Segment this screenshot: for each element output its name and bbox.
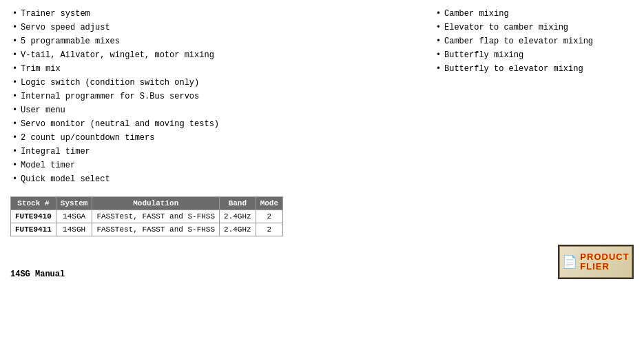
table-cell: FUTE9411 — [11, 223, 56, 236]
left-list-item: Servo monitor (neutral and moving tests) — [10, 117, 406, 131]
right-list-item: Elevator to camber mixing — [434, 21, 634, 34]
flier-text-flier: Flier — [580, 262, 629, 272]
table-cell: 2.4GHz — [220, 223, 256, 236]
table-row: FUTE941014SGAFASSTest, FASST and S-FHSS2… — [11, 210, 283, 223]
left-list-item: 5 programmable mixes — [10, 34, 406, 48]
left-list-item: Integral timer — [10, 145, 406, 159]
left-list-item: V-tail, Ailvator, winglet, motor mixing — [10, 48, 406, 62]
left-list-item: Internal programmer for S.Bus servos — [10, 90, 406, 103]
flier-icon: 📄 — [562, 254, 577, 269]
table-cell: FASSTest, FASST and S-FHSS — [92, 223, 220, 236]
left-feature-list: Trainer systemServo speed adjust5 progra… — [10, 7, 413, 186]
table-cell: 2 — [256, 223, 282, 236]
table-header-cell: System — [56, 197, 92, 210]
left-list-item: User menu — [10, 103, 406, 117]
table-cell: FASSTest, FASST and S-FHSS — [92, 210, 220, 223]
table-header-cell: Band — [220, 197, 256, 210]
right-list-item: Butterfly mixing — [434, 48, 634, 62]
flier-text-product: Product — [580, 252, 629, 262]
table-cell: 14SGH — [56, 223, 92, 236]
table-cell: 14SGA — [56, 210, 92, 223]
table-cell: 2.4GHz — [220, 210, 256, 223]
left-list-item: Model timer — [10, 159, 406, 172]
left-list-item: Trainer system — [10, 7, 406, 21]
table-row: FUTE941114SGHFASSTest, FASST and S-FHSS2… — [11, 223, 283, 236]
table-cell: FUTE9410 — [11, 210, 56, 223]
table-header-cell: Modulation — [92, 197, 220, 210]
table-cell: 2 — [256, 210, 282, 223]
product-flier-badge[interactable]: 📄 Product Flier — [558, 245, 634, 279]
left-list-item: 2 count up/countdown timers — [10, 131, 406, 145]
left-list-item: Trim mix — [10, 62, 406, 76]
left-list-item: Quick model select — [10, 172, 406, 186]
product-table-section: Stock #SystemModulationBandMode FUTE9410… — [10, 196, 634, 236]
table-header-cell: Stock # — [11, 197, 56, 210]
right-feature-list: Camber mixingElevator to camber mixingCa… — [427, 7, 634, 186]
product-table: Stock #SystemModulationBandMode FUTE9410… — [10, 196, 283, 236]
right-list-item: Butterfly to elevator mixing — [434, 62, 634, 76]
left-list-item: Logic switch (condition switch only) — [10, 76, 406, 90]
left-list-item: Servo speed adjust — [10, 21, 406, 34]
right-list-item: Camber mixing — [434, 7, 634, 21]
right-list-item: Camber flap to elevator mixing — [434, 34, 634, 48]
manual-title: 14SG Manual — [10, 269, 65, 279]
table-header-cell: Mode — [256, 197, 282, 210]
